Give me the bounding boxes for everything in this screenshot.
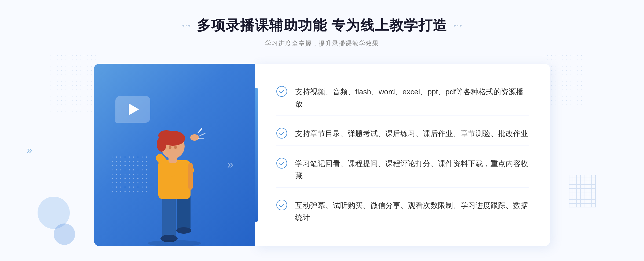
page-container: » 多项录播课辅助功能 专为线上教学打造 学习进度全掌握，提升录播课教学效果 bbox=[0, 0, 644, 261]
decorative-arrow-left: » bbox=[27, 145, 32, 156]
blue-strip-decoration bbox=[254, 88, 258, 222]
check-icon-1 bbox=[276, 86, 287, 97]
decorative-grid-lines bbox=[569, 175, 596, 207]
svg-line-15 bbox=[198, 129, 202, 133]
feature-text-1: 支持视频、音频、flash、word、excel、ppt、pdf等各种格式的资源… bbox=[295, 86, 529, 110]
svg-point-12 bbox=[169, 146, 171, 149]
person-figure bbox=[123, 107, 225, 246]
feature-item-1: 支持视频、音频、flash、word、excel、ppt、pdf等各种格式的资源… bbox=[276, 81, 529, 116]
svg-point-13 bbox=[174, 146, 177, 149]
svg-point-11 bbox=[158, 130, 174, 141]
svg-line-16 bbox=[200, 133, 205, 136]
decorative-dots-left bbox=[48, 54, 97, 113]
decorator-dots-left bbox=[182, 25, 190, 27]
illustration-chevron-arrows: » bbox=[227, 158, 233, 171]
feature-text-4: 互动弹幕、试听购买、微信分享、观看次数限制、学习进度跟踪、数据统计 bbox=[295, 200, 529, 224]
feature-item-4: 互动弹幕、试听购买、微信分享、观看次数限制、学习进度跟踪、数据统计 bbox=[276, 194, 529, 229]
header-section: 多项录播课辅助功能 专为线上教学打造 学习进度全掌握，提升录播课教学效果 bbox=[182, 16, 462, 48]
svg-rect-0 bbox=[162, 195, 176, 238]
page-subtitle: 学习进度全掌握，提升录播课教学效果 bbox=[182, 39, 462, 48]
feature-item-2: 支持章节目录、弹题考试、课后练习、课后作业、章节测验、批改作业 bbox=[276, 122, 529, 146]
feature-text-2: 支持章节目录、弹题考试、课后练习、课后作业、章节测验、批改作业 bbox=[295, 128, 528, 140]
feature-item-3: 学习笔记回看、课程提问、课程评论打分、课件资料下载，重点内容收藏 bbox=[276, 152, 529, 188]
page-title: 多项录播课辅助功能 专为线上教学打造 bbox=[197, 16, 447, 35]
svg-point-3 bbox=[176, 227, 191, 234]
feature-text-3: 学习笔记回看、课程提问、课程评论打分、课件资料下载，重点内容收藏 bbox=[295, 158, 529, 182]
check-icon-4 bbox=[276, 200, 287, 210]
header-decorators: 多项录播课辅助功能 专为线上教学打造 bbox=[182, 16, 462, 35]
check-icon-2 bbox=[276, 128, 287, 139]
svg-point-19 bbox=[148, 240, 201, 246]
svg-rect-18 bbox=[188, 163, 193, 190]
svg-rect-1 bbox=[177, 195, 191, 230]
check-icon-3 bbox=[276, 158, 287, 169]
decorative-circle-small bbox=[54, 223, 75, 245]
content-area: » bbox=[94, 64, 550, 246]
decorator-dots-right bbox=[454, 25, 462, 27]
illustration-panel: » bbox=[94, 64, 255, 246]
person-svg bbox=[123, 107, 225, 246]
content-panel: 支持视频、音频、flash、word、excel、ppt、pdf等各种格式的资源… bbox=[255, 64, 550, 246]
svg-point-14 bbox=[190, 134, 199, 141]
